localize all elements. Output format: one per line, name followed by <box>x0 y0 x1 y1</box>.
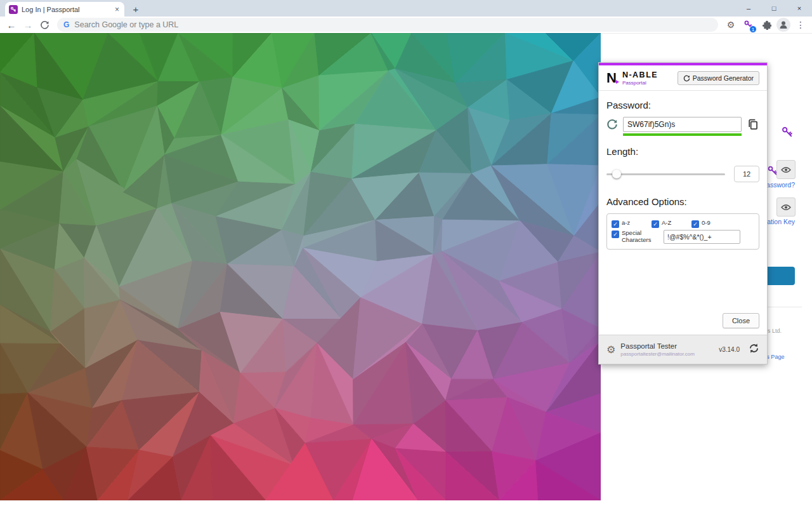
special-checkbox[interactable]: ✓ <box>612 231 619 238</box>
brand-product: Passportal <box>622 80 658 86</box>
account-info: Passportal Tester passportaltester@maili… <box>620 342 714 357</box>
browser-tab[interactable]: Log In | Passportal × <box>5 2 124 17</box>
digits-checkbox[interactable]: ✓ <box>691 220 699 228</box>
extensions-puzzle-icon[interactable] <box>759 17 774 32</box>
length-value: 12 <box>734 166 759 182</box>
maximize-button[interactable]: □ <box>761 0 787 17</box>
copy-password-icon[interactable] <box>747 118 759 131</box>
close-window-button[interactable]: × <box>787 0 812 17</box>
password-visibility-button[interactable] <box>776 160 796 179</box>
address-input[interactable] <box>74 20 712 29</box>
special-characters-input[interactable] <box>664 230 740 244</box>
option-lowercase[interactable]: ✓ a-z <box>612 220 652 228</box>
refresh-password-icon[interactable] <box>606 119 618 130</box>
charset-row: ✓ a-z ✓ A-Z ✓ 0-9 <box>612 220 754 228</box>
orgkey-visibility-button[interactable] <box>776 197 796 217</box>
browser-window: Log In | Passportal × + – □ × ← → G ⚙ 1 <box>0 0 812 508</box>
popup-divider <box>599 90 767 91</box>
generator-button-label: Password Generator <box>693 74 754 82</box>
option-uppercase[interactable]: ✓ A-Z <box>652 220 691 228</box>
sync-icon[interactable] <box>749 343 759 356</box>
passportal-extension-icon[interactable]: 1 <box>741 17 756 32</box>
extension-gear-icon[interactable]: ⚙ <box>723 17 738 32</box>
address-bar[interactable]: G <box>57 18 718 32</box>
menu-kebab-icon[interactable]: ⋮ <box>793 17 808 32</box>
uppercase-label: A-Z <box>662 220 671 227</box>
tab-favicon-icon <box>9 5 18 14</box>
minimize-button[interactable]: – <box>736 0 761 17</box>
option-digits[interactable]: ✓ 0-9 <box>691 220 731 228</box>
lowercase-checkbox[interactable]: ✓ <box>612 220 619 228</box>
password-field-wrap <box>623 117 742 132</box>
passportal-popup: N N-ABLE Passportal Password Generator P… <box>598 62 768 364</box>
special-label: Special Characters <box>622 230 659 244</box>
account-name: Passportal Tester <box>620 342 714 350</box>
browser-titlebar: Log In | Passportal × + – □ × <box>0 0 812 17</box>
new-tab-button[interactable]: + <box>128 3 143 15</box>
browser-toolbar: ← → G ⚙ 1 ⋮ <box>0 17 812 33</box>
advanced-options-label: Advanced Options: <box>606 196 759 207</box>
regenerate-icon <box>683 75 690 82</box>
length-slider[interactable] <box>606 170 725 178</box>
version-text: v3.14.0 <box>719 346 740 353</box>
close-popup-button[interactable]: Close <box>723 313 759 328</box>
settings-gear-icon[interactable]: ⚙ <box>606 344 615 356</box>
uppercase-checkbox[interactable]: ✓ <box>652 220 659 228</box>
extension-badge: 1 <box>749 25 757 33</box>
popup-header: N N-ABLE Passportal Password Generator <box>599 65 767 90</box>
password-generator-button[interactable]: Password Generator <box>678 71 759 85</box>
profile-avatar[interactable] <box>776 18 790 32</box>
forward-button[interactable]: → <box>20 17 36 32</box>
nable-logo: N N-ABLE Passportal <box>606 70 658 86</box>
option-special[interactable]: ✓ Special Characters <box>612 230 659 244</box>
digits-label: 0-9 <box>702 220 710 227</box>
popup-body: Password: Length: <box>599 100 767 335</box>
tab-title: Log In | Passportal <box>22 6 110 13</box>
password-label: Password: <box>606 100 759 110</box>
lowercase-label: a-z <box>622 220 630 227</box>
toolbar-right: ⚙ 1 ⋮ <box>723 17 808 32</box>
password-row <box>606 117 759 132</box>
brand-name: N-ABLE <box>622 70 658 79</box>
back-button[interactable]: ← <box>4 17 19 32</box>
account-email: passportaltester@mailinator.com <box>620 351 714 357</box>
google-icon: G <box>63 20 69 29</box>
slider-track <box>606 173 725 175</box>
advanced-options-box: ✓ a-z ✓ A-Z ✓ 0-9 <box>606 213 759 250</box>
password-strength-bar <box>623 133 742 136</box>
generated-password-input[interactable] <box>623 117 742 132</box>
special-row: ✓ Special Characters <box>612 230 754 244</box>
close-row: Close <box>606 313 759 335</box>
length-label: Length: <box>606 146 759 157</box>
popup-footer: ⚙ Passportal Tester passportaltester@mai… <box>599 335 767 364</box>
window-controls: – □ × <box>736 0 812 17</box>
lowpoly-background <box>0 33 601 500</box>
length-row: 12 <box>606 166 759 182</box>
slider-thumb[interactable] <box>612 170 621 178</box>
refresh-button[interactable] <box>37 17 52 32</box>
nable-logo-mark: N <box>606 71 617 85</box>
page-content: Password? ization Key © 2021 N-able Solu… <box>0 33 812 508</box>
username-key-icon <box>781 126 794 141</box>
tab-close-icon[interactable]: × <box>114 5 121 14</box>
